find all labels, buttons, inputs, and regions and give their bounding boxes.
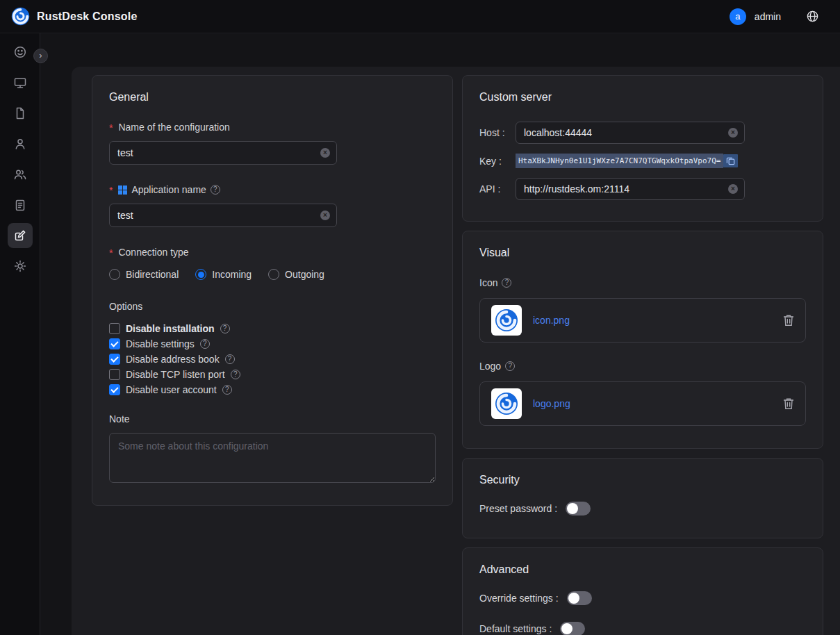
trash-icon[interactable] (783, 397, 794, 410)
application-name-input[interactable] (109, 204, 337, 227)
radio-dot (195, 269, 206, 280)
trash-icon[interactable] (783, 314, 794, 327)
security-card: Security Preset password : (462, 458, 823, 538)
topbar-right: a admin (730, 8, 829, 25)
required-asterisk (109, 122, 114, 133)
radio-bidirectional[interactable]: Bidirectional (109, 269, 179, 280)
checkbox-box (109, 384, 120, 395)
help-icon[interactable] (222, 385, 232, 395)
rustdesk-logo-icon (11, 7, 30, 26)
content-surface: General Name of the configuration Applic… (72, 67, 840, 635)
logo-filebox: logo.png (479, 381, 806, 426)
config-name-field (109, 141, 337, 165)
users-icon (13, 167, 27, 181)
options-checkbox-list: Disable installation Disable settings Di… (109, 323, 436, 395)
checkbox-disable-installation[interactable]: Disable installation (109, 323, 436, 334)
custom-server-title: Custom server (479, 91, 806, 104)
override-settings-row: Override settings : (479, 591, 806, 605)
radio-outgoing[interactable]: Outgoing (268, 269, 324, 280)
help-icon[interactable] (211, 185, 220, 195)
required-asterisk (109, 184, 114, 195)
help-icon[interactable] (225, 354, 235, 364)
icon-thumbnail (491, 305, 522, 336)
config-name-input[interactable] (109, 141, 337, 165)
custom-server-card: Custom server Host : Key : HtaXBkJNHyn0e… (462, 75, 823, 222)
sidebar-item-groups[interactable] (8, 162, 33, 187)
host-input[interactable] (516, 122, 745, 144)
api-row: API : (479, 178, 806, 200)
clear-icon[interactable] (728, 184, 738, 194)
host-label: Host : (479, 127, 516, 138)
note-textarea[interactable] (109, 433, 436, 483)
override-settings-toggle[interactable] (567, 591, 592, 605)
default-settings-row: Default settings : (479, 622, 806, 635)
avatar[interactable]: a (730, 8, 746, 25)
translate-icon[interactable] (806, 10, 819, 23)
icon-label: Icon (479, 277, 806, 288)
visual-title: Visual (479, 247, 806, 259)
help-icon[interactable] (231, 370, 240, 379)
radio-label: Incoming (212, 269, 252, 280)
edit-icon (13, 229, 27, 242)
sidebar (0, 33, 40, 635)
checkbox-disable-address-book[interactable]: Disable address book (109, 354, 436, 365)
radio-label: Bidirectional (126, 269, 179, 280)
checkbox-label: Disable installation (126, 323, 215, 334)
host-row: Host : (479, 122, 806, 144)
required-asterisk (109, 247, 114, 258)
api-label: API : (479, 183, 516, 195)
api-input[interactable] (516, 178, 745, 200)
logo-file-link[interactable]: logo.png (533, 398, 570, 409)
key-row: Key : HtaXBkJNHyn0e1U1jWXze7A7CN7QTGWqxk… (479, 154, 806, 168)
checkbox-label: Disable settings (126, 338, 195, 349)
gear-icon (13, 259, 27, 273)
clipboard-icon (13, 198, 27, 212)
help-icon[interactable] (505, 361, 515, 371)
user-icon (13, 137, 27, 151)
checkbox-disable-tcp-listen-port[interactable]: Disable TCP listen port (109, 369, 436, 380)
checkbox-box (109, 369, 120, 380)
sidebar-item-settings[interactable] (8, 254, 33, 279)
note-label: Note (109, 413, 436, 424)
help-icon[interactable] (200, 339, 210, 349)
clear-icon[interactable] (320, 148, 330, 158)
checkbox-disable-user-account[interactable]: Disable user account (109, 384, 436, 395)
sidebar-item-documents[interactable] (8, 101, 33, 126)
checkbox-disable-settings[interactable]: Disable settings (109, 338, 436, 349)
checkbox-label: Disable address book (126, 354, 220, 365)
sidebar-item-dashboard[interactable] (8, 40, 33, 65)
sidebar-expand-button[interactable] (33, 49, 48, 63)
sidebar-item-devices[interactable] (8, 70, 33, 95)
override-settings-label: Override settings : (479, 593, 559, 604)
username[interactable]: admin (755, 11, 781, 22)
sidebar-item-custom-clients[interactable] (8, 223, 33, 248)
connection-type-radios: Bidirectional Incoming Outgoing (109, 269, 436, 280)
sidebar-item-audit-logs[interactable] (8, 192, 33, 217)
icon-filebox: icon.png (479, 298, 806, 343)
checkbox-box (109, 323, 120, 334)
logo-label: Logo (479, 361, 806, 372)
app-title: RustDesk Console (37, 10, 138, 23)
copy-icon[interactable] (723, 154, 738, 167)
options-label: Options (109, 301, 436, 312)
radio-label: Outgoing (285, 269, 324, 280)
sidebar-item-users[interactable] (8, 131, 33, 156)
icon-file-link[interactable]: icon.png (533, 315, 570, 326)
advanced-card: Advanced Override settings : Default set… (462, 547, 823, 635)
default-settings-label: Default settings : (479, 623, 552, 634)
help-icon[interactable] (220, 324, 230, 333)
help-icon[interactable] (502, 278, 511, 288)
page-background: General Name of the configuration Applic… (40, 33, 840, 635)
preset-password-toggle[interactable] (566, 502, 591, 516)
clear-icon[interactable] (320, 211, 330, 220)
clear-icon[interactable] (728, 128, 738, 138)
checkbox-box (109, 354, 120, 365)
checkbox-label: Disable TCP listen port (126, 369, 225, 380)
key-label: Key : (479, 156, 516, 167)
default-settings-toggle[interactable] (560, 622, 585, 635)
radio-incoming[interactable]: Incoming (195, 269, 252, 280)
smiley-icon (13, 45, 27, 59)
logo-thumbnail (491, 388, 522, 419)
key-value: HtaXBkJNHyn0e1U1jWXze7A7CN7QTGWqxkOtpaVp… (516, 154, 723, 168)
radio-dot (268, 269, 279, 280)
